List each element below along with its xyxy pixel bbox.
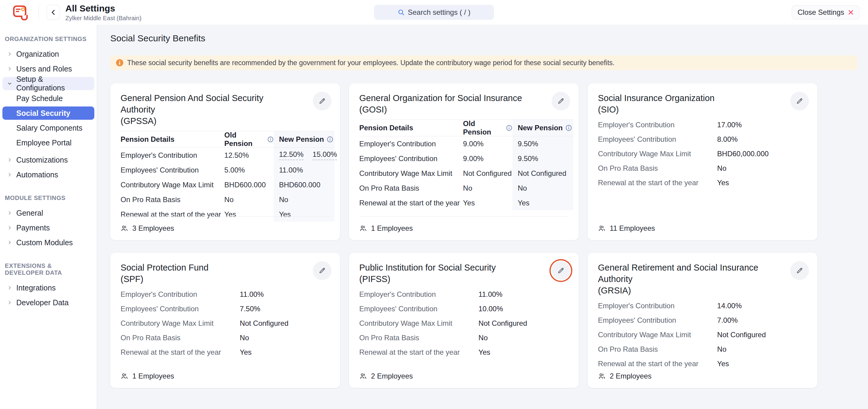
sidebar-item-social-security[interactable]: Social Security [2, 107, 94, 120]
card-gosi: General Organization for Social Insuranc… [349, 83, 579, 240]
row-label: Employees' Contribution [121, 163, 224, 177]
row-old-value: 9.00% [463, 136, 512, 151]
sidebar-item-setup-configurations[interactable]: Setup & Configurations [2, 77, 94, 90]
detail-row: Renewal at the start of the yearYes [598, 176, 807, 190]
pencil-icon [796, 97, 804, 105]
pension-details: Employer's Contribution17.00% Employees'… [598, 118, 807, 190]
detail-row: Employees' Contribution7.50% [121, 302, 330, 316]
pension-table: Pension Details Old Pension New Pension … [121, 131, 335, 222]
employees-footer: 2 Employees [598, 364, 807, 388]
sidebar-item-custom-modules[interactable]: Custom Modules [2, 236, 94, 249]
row-new-value: No [513, 181, 573, 196]
employees-count: 1 Employees [132, 372, 174, 380]
settings-sidebar: ORGANIZATION SETTINGS Organization Users… [0, 25, 97, 409]
edit-sio-button[interactable] [790, 92, 809, 110]
employees-footer: 11 Employees [598, 216, 807, 240]
page-title: All Settings [65, 3, 141, 13]
row-new-value: Yes [513, 196, 573, 210]
detail-row: Employees' Contribution7.00% [598, 313, 807, 327]
sidebar-item-users-and-roles[interactable]: Users and Roles [2, 62, 94, 76]
employees-count: 2 Employees [371, 372, 413, 380]
sidebar-item-developer-data[interactable]: Developer Data [2, 296, 94, 309]
search-icon [398, 9, 405, 16]
chevron-right-icon [7, 66, 13, 72]
row-label: Employer's Contribution [121, 148, 224, 163]
section-extensions-developer-data: EXTENSIONS & DEVELOPER DATA [0, 262, 97, 276]
people-icon [359, 225, 367, 232]
employees-footer: 1 Employees [359, 216, 568, 240]
payroll-logo-icon[interactable] [12, 4, 31, 21]
info-banner-text: These social security benefits are recom… [127, 59, 615, 67]
edit-spf-button[interactable] [313, 261, 332, 280]
sidebar-item-salary-components[interactable]: Salary Components [2, 121, 94, 135]
row-old-value: 5.00% [224, 163, 273, 177]
back-button[interactable] [47, 5, 60, 20]
detail-row: Contributory Wage Max LimitBHD60,000.000 [598, 147, 807, 161]
sidebar-item-organization[interactable]: Organization [2, 47, 94, 61]
info-circle-icon[interactable] [327, 136, 333, 143]
row-old-value: BHD600.000 [224, 177, 273, 192]
pencil-icon [796, 267, 804, 274]
sidebar-item-employee-portal[interactable]: Employee Portal [2, 136, 94, 149]
sidebar-item-label: Employee Portal [16, 139, 71, 147]
employees-count: 1 Employees [371, 224, 413, 233]
sidebar-item-label: Integrations [16, 284, 56, 292]
employees-footer: 3 Employees [121, 216, 330, 240]
row-old-value: No [224, 192, 273, 207]
info-circle-icon[interactable] [565, 124, 572, 131]
chevron-right-icon [7, 239, 13, 245]
row-new-value: 9.50% [513, 151, 573, 166]
row-new-value: No [274, 192, 335, 207]
section-module-settings: MODULE SETTINGS [0, 195, 97, 202]
sidebar-item-pay-schedule[interactable]: Pay Schedule [2, 92, 94, 105]
app-header: All Settings Zylker Middle East (Bahrain… [0, 0, 868, 25]
sidebar-item-label: Customizations [16, 156, 68, 165]
detail-row: On Pro Rata BasisNo [359, 330, 568, 345]
detail-row: On Pro Rata BasisNo [121, 330, 330, 345]
header-title-block: All Settings Zylker Middle East (Bahrain… [65, 3, 141, 22]
row-label: Employer's Contribution [359, 136, 463, 151]
row-label: On Pro Rata Basis [359, 181, 463, 196]
row-old-value: No [463, 181, 512, 196]
chevron-right-icon [7, 210, 13, 216]
info-circle-icon[interactable] [506, 124, 513, 131]
card-title: Social Insurance Organization(SIO) [598, 92, 777, 115]
info-banner: These social security benefits are recom… [110, 56, 857, 70]
sidebar-item-label: Social Security [16, 109, 70, 118]
sidebar-item-label: Automations [16, 170, 58, 179]
people-icon [598, 372, 606, 380]
card-title: General Retirement and Social Insurance … [598, 262, 777, 296]
people-icon [121, 372, 128, 380]
detail-row: Renewal at the start of the yearYes [121, 345, 330, 359]
edit-gpssa-button[interactable] [313, 92, 332, 110]
search-input[interactable]: Search settings ( / ) [374, 5, 494, 20]
sidebar-item-payments[interactable]: Payments [2, 221, 94, 234]
column-pension-details: Pension Details [121, 131, 224, 148]
pension-table: Pension Details Old Pension New Pension … [359, 119, 573, 210]
sidebar-item-general[interactable]: General [2, 206, 94, 220]
card-title: Social Protection Fund(SPF) [121, 262, 300, 285]
search-placeholder: Search settings ( / ) [408, 8, 470, 17]
info-circle-icon[interactable] [267, 136, 274, 143]
row-label: On Pro Rata Basis [121, 192, 224, 207]
sidebar-item-integrations[interactable]: Integrations [2, 281, 94, 294]
sidebar-item-automations[interactable]: Automations [2, 168, 94, 181]
people-icon [598, 225, 606, 232]
close-settings-button[interactable]: Close Settings [792, 5, 860, 19]
detail-row: Contributory Wage Max LimitNot Configure… [359, 316, 568, 330]
sidebar-item-label: Users and Roles [16, 64, 72, 73]
employees-footer: 2 Employees [359, 364, 568, 388]
chevron-right-icon [7, 157, 13, 163]
pension-details: Employer's Contribution11.00% Employees'… [121, 287, 330, 359]
row-old-value: 12.50% [224, 148, 273, 163]
sidebar-item-label: General [16, 209, 43, 217]
pension-details: Employer's Contribution11.00% Employees'… [359, 287, 568, 359]
detail-row: Employees' Contribution8.00% [598, 132, 807, 147]
edit-pifss-button-highlighted[interactable] [552, 261, 570, 280]
edit-gosi-button[interactable] [552, 92, 570, 110]
detail-row: Employer's Contribution14.00% [598, 299, 807, 313]
cards-grid: General Pension And Social Security Auth… [110, 83, 857, 388]
edit-grsia-button[interactable] [790, 261, 809, 280]
row-new-value: 12.50%15.00% [274, 148, 335, 163]
sidebar-item-customizations[interactable]: Customizations [2, 153, 94, 167]
